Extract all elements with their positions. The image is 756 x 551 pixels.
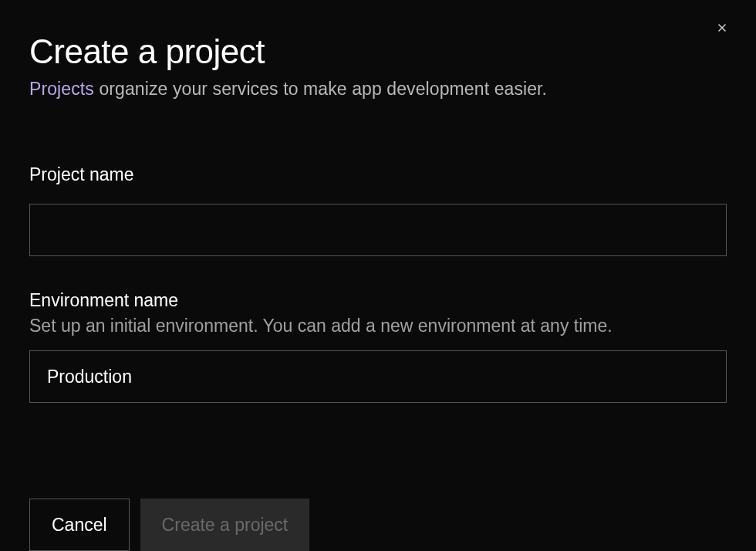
project-name-label: Project name xyxy=(29,164,727,185)
create-project-button[interactable]: Create a project xyxy=(140,499,310,551)
environment-name-input[interactable] xyxy=(29,350,727,403)
create-project-modal: Create a project Projects organize your … xyxy=(0,0,756,551)
button-row: Cancel Create a project xyxy=(29,499,727,551)
subtitle-text: organize your services to make app devel… xyxy=(94,79,547,99)
close-button[interactable] xyxy=(713,19,731,37)
project-name-input[interactable] xyxy=(29,204,727,256)
modal-subtitle: Projects organize your services to make … xyxy=(29,79,727,100)
environment-name-label: Environment name xyxy=(29,290,727,311)
form-body: Project name Environment name Set up an … xyxy=(0,127,756,468)
environment-name-field: Environment name Set up an initial envir… xyxy=(29,290,727,403)
modal-footer: Cancel Create a project xyxy=(0,468,756,551)
project-name-field: Project name xyxy=(29,164,727,256)
modal-header: Create a project Projects organize your … xyxy=(0,0,756,127)
projects-link[interactable]: Projects xyxy=(29,79,94,99)
environment-name-helper: Set up an initial environment. You can a… xyxy=(29,316,727,336)
cancel-button[interactable]: Cancel xyxy=(29,499,130,551)
close-icon xyxy=(715,21,729,35)
modal-title: Create a project xyxy=(29,32,727,71)
